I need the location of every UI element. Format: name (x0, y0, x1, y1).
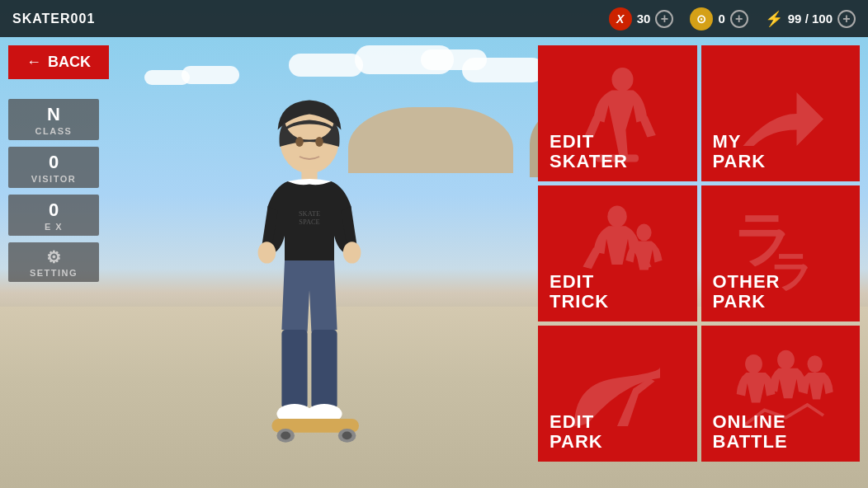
my-park-label: MY PARK (713, 132, 767, 171)
x-value: 30 (637, 12, 651, 26)
other-park-label: OTHER PARK (713, 272, 781, 312)
ex-label: E X (45, 222, 63, 232)
coin-value: 0 (718, 12, 724, 26)
edit-trick-label: EDIT TRICK (550, 272, 609, 312)
svg-point-2 (258, 242, 276, 263)
energy-icon: ⚡ (765, 10, 783, 28)
back-button[interactable]: ← BACK (8, 45, 109, 79)
ex-stat-box: 0 E X (8, 195, 99, 236)
online-battle-label: ONLINE BATTLE (713, 412, 788, 452)
coin-icon: ⊙ (690, 7, 713, 30)
svg-point-18 (315, 137, 323, 147)
menu-grid: EDIT SKATER MY PARK (538, 45, 860, 462)
other-park-button[interactable]: ラ ラ OTHER PARK (701, 185, 861, 321)
visitor-value: 0 (49, 153, 59, 171)
svg-rect-7 (280, 407, 309, 419)
class-value: N (47, 106, 60, 124)
energy-value: 99 / 100 (788, 12, 833, 26)
energy-add-button[interactable]: + (837, 10, 856, 28)
edit-skater-label: EDIT SKATER (550, 132, 628, 171)
x-add-button[interactable]: + (655, 10, 673, 28)
edit-park-button[interactable]: EDIT PARK (538, 326, 697, 462)
svg-point-3 (343, 242, 361, 263)
ex-value: 0 (49, 201, 59, 219)
svg-rect-4 (281, 330, 307, 409)
left-panel: N CLASS 0 VISITOR 0 E X ⚙ SETTING (8, 99, 99, 282)
svg-text:SPACE: SPACE (299, 218, 319, 226)
back-arrow-icon: ← (26, 54, 41, 71)
svg-point-21 (608, 205, 627, 227)
back-label: BACK (48, 54, 91, 71)
svg-rect-5 (311, 330, 337, 409)
top-bar: SKATER001 X 30 + ⊙ 0 + ⚡ 99 / 100 + (0, 0, 868, 37)
svg-point-25 (745, 354, 762, 373)
currency-x-group: X 30 + (609, 7, 674, 30)
x-icon: X (609, 7, 632, 30)
currency-coin-group: ⊙ 0 + (690, 7, 748, 30)
svg-text:SKATE: SKATE (299, 210, 320, 218)
svg-point-19 (612, 68, 634, 92)
coin-add-button[interactable]: + (730, 10, 748, 28)
svg-point-17 (295, 137, 304, 147)
edit-trick-button[interactable]: EDIT TRICK (538, 185, 697, 321)
character-area: SKATE SPACE (107, 41, 512, 488)
setting-stat-box[interactable]: ⚙ SETTING (8, 242, 99, 282)
setting-label: SETTING (30, 268, 78, 278)
visitor-label: VISITOR (31, 174, 76, 184)
svg-rect-9 (309, 407, 339, 419)
class-label: CLASS (35, 126, 73, 136)
svg-point-14 (342, 432, 352, 440)
setting-gear-icon: ⚙ (46, 249, 61, 265)
edit-park-label: EDIT PARK (550, 412, 603, 452)
edit-skater-button[interactable]: EDIT SKATER (538, 45, 697, 181)
player-name: SKATER001 (12, 12, 95, 26)
visitor-stat-box: 0 VISITOR (8, 147, 99, 188)
svg-point-12 (281, 432, 290, 440)
my-park-button[interactable]: MY PARK (701, 45, 861, 181)
energy-group: ⚡ 99 / 100 + (765, 10, 856, 28)
online-battle-button[interactable]: ONLINE BATTLE (701, 326, 861, 462)
svg-point-22 (637, 223, 652, 241)
svg-point-26 (777, 350, 795, 368)
svg-point-27 (807, 355, 822, 373)
class-stat-box: N CLASS (8, 99, 99, 140)
character-svg: SKATE SPACE (177, 92, 441, 488)
